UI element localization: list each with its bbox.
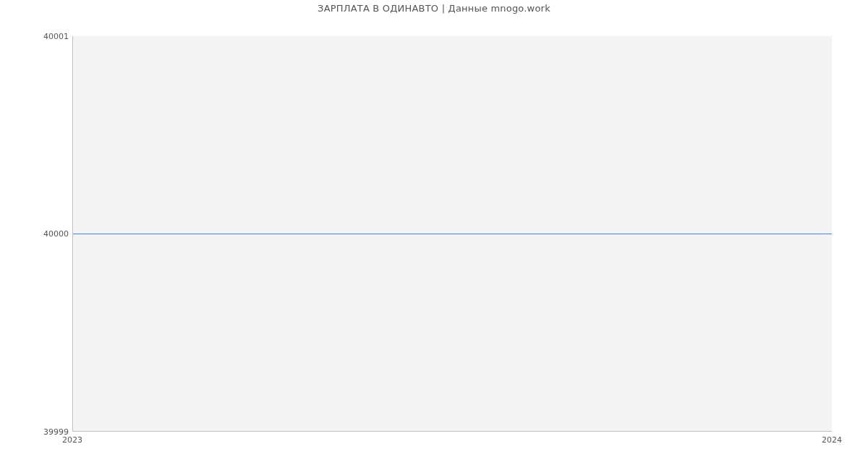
y-tick-label: 40001	[29, 32, 69, 41]
data-line	[73, 234, 832, 234]
chart-container: ЗАРПЛАТА В ОДИНАВТО | Данные mnogo.work …	[0, 0, 868, 470]
x-tick-label: 2024	[822, 435, 842, 445]
plot-area	[72, 36, 832, 432]
x-tick-label: 2023	[62, 435, 82, 445]
chart-title: ЗАРПЛАТА В ОДИНАВТО | Данные mnogo.work	[0, 3, 868, 14]
y-tick-label: 40000	[29, 229, 69, 239]
